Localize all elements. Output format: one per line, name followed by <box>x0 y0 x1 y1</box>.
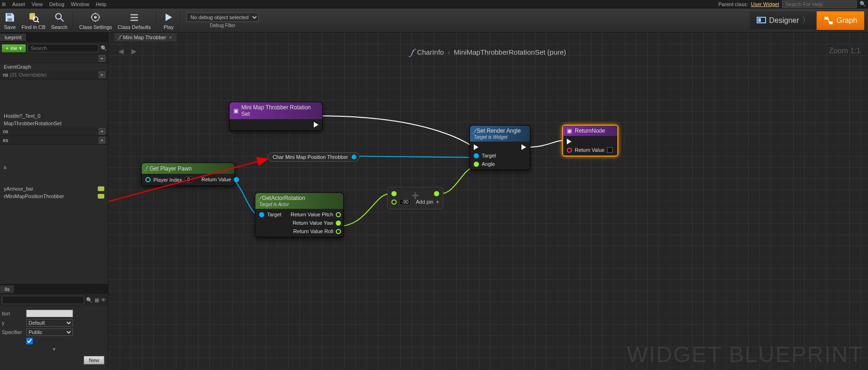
help-search-input[interactable] <box>782 0 857 8</box>
designer-mode-button[interactable]: Designer 〉 <box>749 11 817 30</box>
set-render-angle-node[interactable]: 𝑓 Set Render Angle Target is Widget Targ… <box>470 125 530 170</box>
grid-view-icon[interactable]: ▦ <box>94 297 99 303</box>
return-value-pin[interactable]: Return Value <box>567 147 613 153</box>
add-new-button[interactable]: +ew▾ <box>2 44 26 52</box>
get-player-pawn-node[interactable]: 𝑓Get Player Pawn Player Index0 Return Va… <box>141 163 235 186</box>
add-input-a-pin[interactable] <box>391 191 411 196</box>
parent-class-link[interactable]: User Widget <box>751 1 779 7</box>
svg-rect-2 <box>29 13 35 20</box>
svg-rect-18 <box>758 18 761 22</box>
float-add-node[interactable]: + -90 +Add pin <box>387 187 443 209</box>
class-defaults-button[interactable]: Class Defaults <box>118 11 151 30</box>
svg-rect-15 <box>130 20 138 21</box>
visibility-icon[interactable]: 👁 <box>101 297 106 303</box>
category-functions[interactable]: ns (31 Overridable) + <box>0 71 108 79</box>
find-in-cb-button[interactable]: Find in CB <box>22 11 45 30</box>
new-button[interactable]: New <box>84 356 104 364</box>
details-panel: ils 🔍 ▦ 👁 tion yDefault SpecifierPublic … <box>0 284 108 370</box>
breadcrumb-root[interactable]: CharInfo <box>417 48 444 56</box>
function-item[interactable]: Hostile!!_Text_0 <box>0 112 108 120</box>
menu-help[interactable]: Help <box>96 1 107 7</box>
play-button[interactable]: Play <box>162 11 174 30</box>
add-variable-button[interactable]: + <box>99 137 105 143</box>
category-macros[interactable]: os+ <box>0 127 108 136</box>
return-value-pin[interactable]: Return Value <box>202 177 239 182</box>
get-actor-rotation-node[interactable]: 𝑓 GetActorRotation Target is Actor Targe… <box>255 192 344 237</box>
breadcrumb: 𝑓 CharInfo › MiniMapThrobberRotationSet … <box>411 47 566 57</box>
my-blueprint-panel: lueprint +ew▾ 🔍 👁 + EventGraph ns (31 Ov… <box>0 33 108 370</box>
graph-tab[interactable]: 𝑓 Mini Map Throbber × <box>114 33 177 42</box>
pitch-pin[interactable]: Return Value Pitch <box>291 212 341 217</box>
node-icon: ▣ <box>233 107 239 114</box>
target-pin[interactable]: Target <box>259 212 282 217</box>
menu-bar: ilt Asset View Debug Window Help Parent … <box>0 0 868 8</box>
debug-object-select[interactable]: No debug object selected <box>186 13 259 22</box>
my-blueprint-tab[interactable]: lueprint <box>0 34 27 41</box>
variable-item[interactable]: yArmour_bar <box>0 185 108 192</box>
category-item[interactable]: s <box>0 164 108 171</box>
svg-point-5 <box>56 14 61 19</box>
yaw-pin[interactable]: Return Value Yaw <box>291 220 341 226</box>
category-graphs[interactable]: + <box>0 54 108 63</box>
access-select[interactable]: Public <box>26 328 73 336</box>
exec-in-pin[interactable] <box>567 139 613 144</box>
details-checkbox[interactable] <box>26 338 33 344</box>
close-tab-icon[interactable]: × <box>169 35 172 40</box>
add-macro-button[interactable]: + <box>99 128 105 135</box>
function-item[interactable]: MapThrobberRotationSet <box>0 120 108 127</box>
graph-mode-button[interactable]: Graph <box>817 11 864 30</box>
menu-asset[interactable]: Asset <box>12 1 25 7</box>
angle-pin[interactable]: Angle <box>474 161 496 167</box>
graph-canvas[interactable]: 𝑓 Mini Map Throbber × ◄ ► 𝑓 CharInfo › M… <box>108 33 868 370</box>
nav-back-button[interactable]: ◄ <box>117 47 125 57</box>
add-output-pin[interactable] <box>416 191 439 196</box>
target-pin[interactable]: Target <box>474 153 496 158</box>
my-blueprint-search[interactable] <box>28 44 99 52</box>
exec-in-pin[interactable] <box>474 144 496 150</box>
nav-fwd-button[interactable]: ► <box>130 47 138 57</box>
variable-get-node[interactable]: Char Mini Map Position Throbber <box>268 152 360 162</box>
svg-rect-13 <box>130 14 138 15</box>
exec-out-pin[interactable] <box>314 122 318 128</box>
add-pin-button[interactable]: +Add pin <box>416 199 439 205</box>
var-out-pin[interactable] <box>352 155 356 159</box>
details-search[interactable] <box>2 296 84 304</box>
var-type-chip <box>98 186 104 191</box>
variable-item[interactable]: rMiniMapPositionThrobber <box>0 192 108 200</box>
player-index-pin[interactable]: Player Index0 <box>145 177 192 183</box>
roll-pin[interactable]: Return Value Roll <box>291 228 341 234</box>
svg-rect-0 <box>7 14 11 16</box>
add-function-button[interactable]: + <box>99 71 105 78</box>
node-icon: ▣ <box>567 128 572 134</box>
designer-icon <box>756 15 767 26</box>
return-checkbox[interactable] <box>607 147 613 153</box>
category-variables[interactable]: es+ <box>0 136 108 145</box>
watermark: WIDGET BLUEPRINT <box>627 342 863 367</box>
add-graph-button[interactable]: + <box>99 55 105 62</box>
menu-view[interactable]: View <box>31 1 43 7</box>
entry-node[interactable]: ▣Mini Map Throbber Rotation Set <box>229 102 323 131</box>
function-icon: 𝑓 <box>145 165 147 172</box>
add-input-b-pin[interactable]: -90 <box>391 199 411 205</box>
event-graph-item[interactable]: EventGraph <box>0 63 108 71</box>
menu-window[interactable]: Window <box>71 1 89 7</box>
svg-line-21 <box>828 18 829 23</box>
menu-edit[interactable]: ilt <box>2 1 6 7</box>
svg-marker-16 <box>166 14 172 21</box>
class-settings-button[interactable]: Class Settings <box>79 11 112 30</box>
menu-debug[interactable]: Debug <box>49 1 64 7</box>
description-input[interactable] <box>26 310 73 317</box>
svg-rect-20 <box>829 21 833 24</box>
save-button[interactable]: Save <box>4 11 16 30</box>
graph-icon <box>824 15 834 26</box>
search-icon[interactable]: 🔍 <box>860 1 866 7</box>
search-icon: 🔍 <box>86 297 93 303</box>
category-select[interactable]: Default <box>26 319 73 327</box>
return-node[interactable]: ▣ReturnNode Return Value <box>562 125 618 157</box>
details-tab[interactable]: ils <box>0 285 14 293</box>
svg-rect-1 <box>7 18 12 21</box>
exec-out-pin[interactable] <box>521 144 526 150</box>
canvas-grid <box>108 33 868 370</box>
svg-rect-14 <box>130 17 138 18</box>
toolbar-search-button[interactable]: Search <box>51 11 67 30</box>
